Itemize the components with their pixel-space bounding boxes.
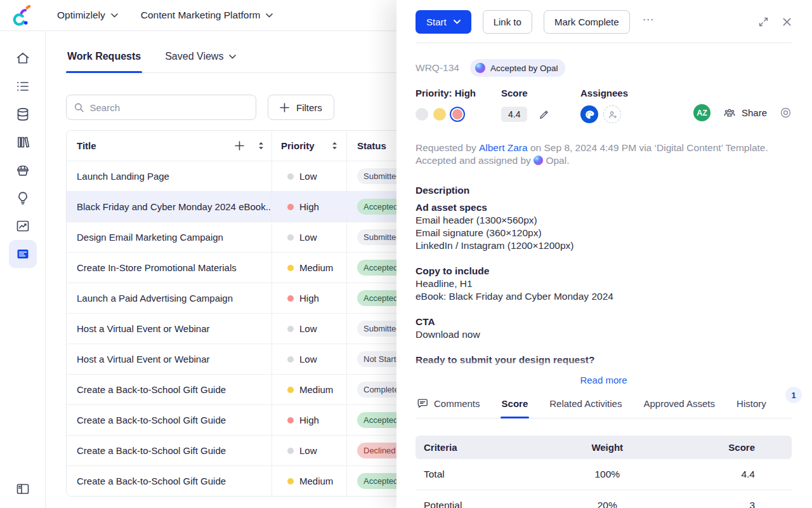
sidebar-item-database[interactable] [15,107,30,122]
sidebar-item-home[interactable] [15,51,30,66]
chevron-down-icon [266,13,273,18]
score-row: Total100%4.4 [416,459,792,490]
sidebar-item-assets[interactable] [15,163,30,178]
priority-dot-icon [287,295,294,302]
close-icon [782,17,792,27]
tab-history[interactable]: History [735,392,768,418]
meta-row: Priority: High Score 4.4 Assignees [416,88,792,123]
priority-high-dot[interactable] [451,108,464,121]
priority-dot-icon [287,265,294,271]
score-table: Criteria Weight Score Total100%4.4Potent… [416,436,792,508]
sidebar [0,31,46,508]
sidebar-item-work-requests[interactable] [9,240,37,268]
assignee-avatar[interactable] [580,105,598,123]
priority-dot-icon [287,387,294,393]
org-switcher[interactable]: Optimizlely [57,10,118,21]
description-line: Email header (1300×560px) [416,214,792,227]
app-switcher[interactable]: Content Marketing Platform [141,10,273,21]
basket-icon [15,163,30,178]
sort-icon[interactable] [332,142,337,150]
share-button[interactable]: Share [723,107,767,118]
row-priority: Medium [272,253,346,283]
description-body: Ad asset specsEmail header (1300×560px)E… [416,201,792,373]
plus-icon [280,103,289,112]
row-priority: Low [272,314,346,344]
watch-button[interactable] [780,107,792,119]
description-fade [416,358,792,373]
priority-label: Priority: High [416,88,501,98]
read-more-link[interactable]: Read more [416,375,792,385]
requests-icon [15,246,30,262]
chevron-down-icon [454,20,461,24]
row-title: Create a Back-to-School Gift Guide [67,436,272,465]
palette-icon [584,109,595,120]
edit-score-button[interactable] [538,109,550,121]
description-line [416,303,792,316]
filters-button[interactable]: Filters [268,95,334,120]
row-priority: High [272,405,346,435]
description-line: Ad asset specs [416,201,792,214]
sidebar-item-analytics[interactable] [15,218,30,234]
priority-low-dot[interactable] [416,108,428,121]
opal-status-badge: Accepted by Opal [470,59,566,77]
expand-panel-button[interactable] [758,17,769,27]
work-request-id: WRQ-134 [416,62,459,74]
tab-label: Work Requests [67,51,141,62]
priority-dot-icon [287,204,294,210]
priority-dot-icon [287,417,294,424]
close-panel-button[interactable] [782,17,792,27]
score-col-criteria: Criteria [416,442,544,453]
opal-icon [534,156,543,165]
library-icon [15,135,30,150]
column-header-priority[interactable]: Priority [272,131,346,161]
home-icon [15,51,30,66]
priority-medium-dot[interactable] [433,108,446,121]
tab-comments[interactable]: Comments [416,391,481,418]
priority-dot-icon [287,448,294,454]
sidebar-collapse[interactable] [15,481,30,497]
requested-by-text: Requested by Albert Zara on Sep 8, 2024 … [416,142,792,167]
org-name: Optimizlely [57,10,105,21]
description-line: Download now [416,328,792,341]
tab-work-requests[interactable]: Work Requests [66,50,142,72]
description-heading: Description [416,185,792,196]
sidebar-item-ideas[interactable] [15,190,30,206]
work-request-detail-panel: Start Link to Mark Complete ⋯ WRQ-134 [396,0,812,508]
more-options-button[interactable]: ⋯ [643,13,656,30]
tab-score[interactable]: Score [501,392,530,418]
mark-complete-button[interactable]: Mark Complete [544,10,630,34]
list-icon [15,79,30,94]
detail-tabs: Comments Score Related Activities Approv… [416,391,792,418]
requester-link[interactable]: Albert Zara [479,142,528,153]
comment-icon [417,398,428,409]
row-title: Black Friday and Cyber Monday 2024 eBook… [67,192,272,222]
add-column-icon[interactable] [235,141,244,150]
sort-icon[interactable] [258,142,264,150]
opal-icon [475,63,485,73]
priority-dot-icon [287,326,294,332]
description-line: CTA [416,316,792,328]
collapse-panel-icon [15,481,30,497]
score-label: Score [501,88,580,98]
divider [416,43,792,43]
assignees-label: Assignees [580,88,628,98]
tab-saved-views[interactable]: Saved Views [164,50,237,72]
search-input[interactable] [89,102,248,113]
tab-related-activities[interactable]: Related Activities [548,392,623,418]
people-group-icon [723,107,736,118]
score-value: 4.4 [501,107,527,122]
column-header-title[interactable]: Title [67,131,272,161]
add-assignee-button[interactable] [603,105,621,123]
user-avatar[interactable]: AZ [693,104,710,121]
lightbulb-icon [15,190,30,206]
tab-label: Saved Views [165,51,223,62]
search-box[interactable] [66,95,256,120]
tab-approved-assets[interactable]: Approved Assets [642,392,716,418]
start-button[interactable]: Start [416,10,471,34]
sidebar-item-library[interactable] [15,135,30,150]
row-priority: Medium [272,375,346,404]
search-icon [74,102,84,113]
link-to-button[interactable]: Link to [483,10,532,34]
sidebar-item-list[interactable] [15,79,30,94]
row-title: Design Email Marketing Campaign [67,222,272,252]
